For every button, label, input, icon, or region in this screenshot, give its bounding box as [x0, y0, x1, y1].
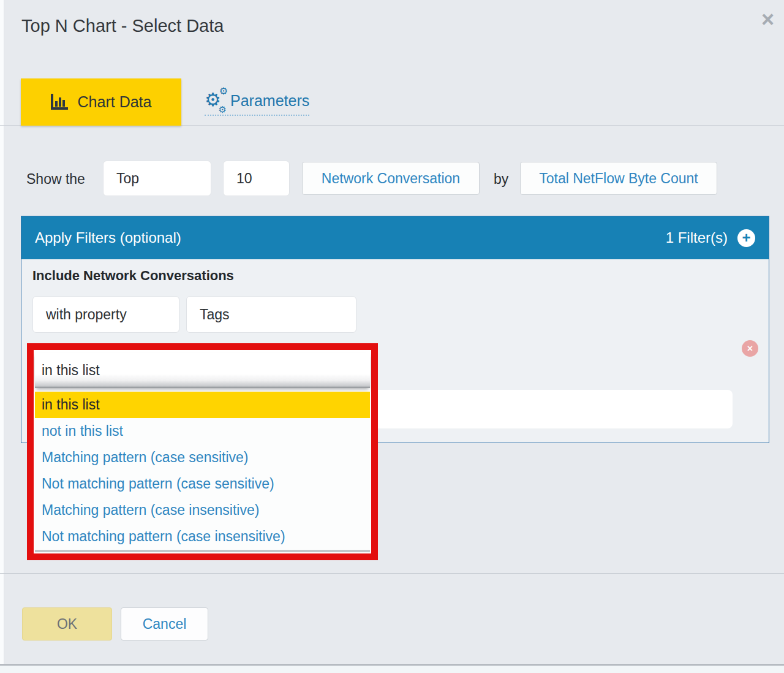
count-input[interactable]: 10 — [223, 161, 290, 196]
bottom-strip — [0, 666, 784, 673]
operator-option-not-in-this-list[interactable]: not in this list — [35, 418, 370, 444]
filter-count-label: 1 Filter(s) — [666, 229, 728, 246]
operator-dropdown-menu: in this list not in this list Matching p… — [35, 392, 370, 552]
operator-option-matching-case-insensitive[interactable]: Matching pattern (case insensitive) — [35, 497, 370, 523]
property-name-select[interactable]: Tags — [186, 296, 356, 333]
apply-filters-header: Apply Filters (optional) 1 Filter(s) + — [21, 216, 769, 259]
left-edge-strip — [0, 0, 4, 673]
tab-parameters-label: Parameters — [230, 92, 309, 110]
apply-filters-title: Apply Filters (optional) — [35, 229, 181, 246]
include-conversations-label: Include Network Conversations — [32, 268, 234, 284]
order-select[interactable]: Top — [103, 161, 211, 196]
operator-option-in-this-list[interactable]: in this list — [35, 392, 370, 418]
annotation-highlight-box: in this list in this list not in this li… — [27, 343, 378, 560]
operator-select[interactable]: in this list — [35, 352, 370, 388]
metric-button[interactable]: Total NetFlow Byte Count — [520, 162, 717, 195]
show-the-label: Show the — [26, 171, 85, 188]
tab-chart-data-label: Chart Data — [78, 93, 152, 111]
footer-divider — [0, 573, 784, 574]
tab-parameters[interactable]: ⚙ ⚙ ⚙ Parameters — [205, 78, 309, 126]
remove-filter-icon[interactable]: × — [742, 340, 758, 357]
tab-chart-data[interactable]: Chart Data — [21, 78, 181, 126]
subject-button[interactable]: Network Conversation — [302, 162, 480, 195]
operator-option-matching-case-sensitive[interactable]: Matching pattern (case sensitive) — [35, 444, 370, 471]
operator-option-not-matching-case-sensitive[interactable]: Not matching pattern (case sensitive) — [35, 471, 370, 497]
cancel-button[interactable]: Cancel — [121, 607, 208, 641]
property-operator-select[interactable]: with property — [32, 296, 179, 333]
ok-button[interactable]: OK — [22, 607, 112, 641]
operator-option-not-matching-case-insensitive[interactable]: Not matching pattern (case insensitive) — [35, 523, 370, 550]
by-label: by — [494, 171, 508, 188]
close-icon[interactable]: × — [761, 9, 774, 31]
gears-icon: ⚙ ⚙ ⚙ — [205, 88, 228, 113]
dialog-title: Top N Chart - Select Data — [21, 16, 224, 36]
add-filter-icon[interactable]: + — [737, 229, 755, 247]
top-n-chart-dialog: Top N Chart - Select Data × Chart Data ⚙… — [0, 0, 784, 673]
bar-chart-icon — [51, 94, 69, 111]
